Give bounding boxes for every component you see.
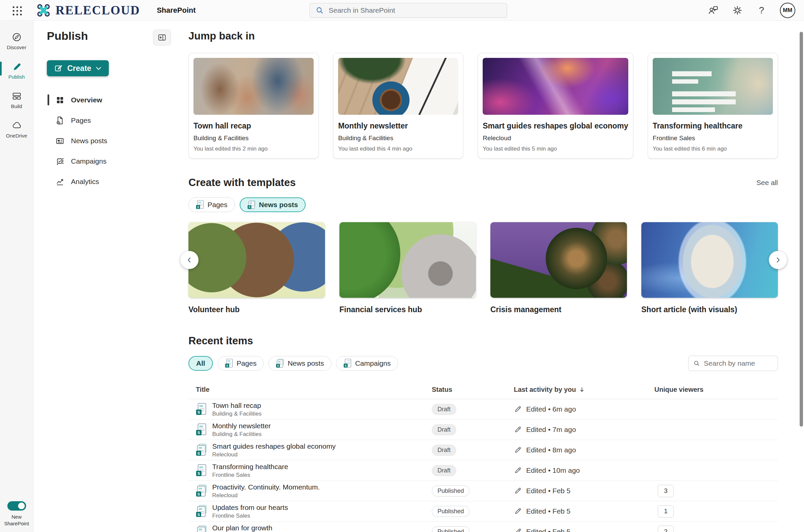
rail-item-publish[interactable]: Publish (0, 61, 33, 80)
sharepoint-label: SharePoint (157, 6, 195, 15)
filter-pages-pill-recent[interactable]: S Pages (218, 356, 264, 371)
card-site: Building & Facilities (338, 134, 458, 142)
template-card-financial-services-hub[interactable]: Financial services hub (339, 222, 476, 314)
filter-pages-pill[interactable]: S Pages (188, 197, 235, 212)
suite-search-input[interactable] (329, 6, 501, 14)
row-title: Proactivity. Continuity. Momentum. (212, 483, 320, 491)
vertical-scrollbar[interactable] (800, 32, 803, 426)
row-activity: Edited • Feb 5 (526, 487, 571, 495)
column-unique-viewers[interactable]: Unique viewers (654, 386, 778, 394)
card-title: Monthly newsletter (338, 121, 458, 131)
jump-back-in-heading: Jump back in (188, 30, 778, 42)
row-title: Smart guides reshapes global economy (212, 442, 336, 450)
filter-all-pill[interactable]: All (188, 356, 213, 371)
nav-item-news-posts[interactable]: News posts (47, 131, 171, 151)
template-title: Volunteer hub (188, 305, 325, 314)
column-status[interactable]: Status (432, 386, 514, 394)
table-row[interactable]: S Updates from our hearts Frontline Sale… (188, 501, 778, 521)
table-row[interactable]: S Our plan for growth Relecloud Publishe… (188, 521, 778, 532)
svg-text:S: S (198, 492, 200, 496)
feedback-icon[interactable] (708, 5, 719, 16)
suite-search-box[interactable] (310, 3, 507, 18)
app-launcher-waffle-icon[interactable] (9, 3, 24, 18)
search-by-name-box[interactable] (688, 356, 778, 371)
card-meta: You last edited this 6 min ago (653, 146, 773, 152)
pencil-icon (514, 528, 522, 532)
recent-card-smart-guides[interactable]: Smart guides reshapes global economy Rel… (478, 53, 633, 158)
filter-news-posts-pill[interactable]: S News posts (240, 197, 306, 212)
collapse-panel-button[interactable] (153, 30, 171, 45)
row-site: Relecloud (212, 492, 320, 499)
see-all-link[interactable]: See all (756, 179, 778, 187)
row-title: Transforming healthcare (212, 463, 288, 471)
table-row[interactable]: S Smart guides reshapes global economy R… (188, 440, 778, 460)
column-title[interactable]: Title (188, 386, 432, 394)
table-row[interactable]: S Monthly newsletter Building & Faciliti… (188, 420, 778, 440)
help-icon[interactable]: ? (756, 5, 767, 16)
table-header: Title Status Last activity by you Unique… (188, 380, 778, 399)
recent-card-transforming-healthcare[interactable]: Transforming healthcare Frontline Sales … (648, 53, 778, 158)
filter-news-posts-pill-recent[interactable]: S News posts (268, 356, 331, 371)
svg-text:S: S (277, 364, 279, 367)
compass-icon (12, 32, 22, 42)
table-row[interactable]: S Proactivity. Continuity. Momentum. Rel… (188, 481, 778, 501)
card-thumbnail (653, 58, 773, 115)
card-site: Relecloud (483, 134, 628, 142)
chevron-left-icon (186, 256, 193, 264)
template-card-crisis-management[interactable]: Crisis management (490, 222, 627, 314)
table-row[interactable]: S Transforming healthcare Frontline Sale… (188, 460, 778, 481)
module-rail: Discover Publish Build (0, 21, 34, 532)
nav-item-label: News posts (71, 137, 108, 145)
status-badge: Published (432, 506, 470, 517)
compose-icon (54, 64, 63, 73)
nav-item-campaigns[interactable]: Campaigns (47, 151, 171, 171)
table-row[interactable]: S Town hall recap Building & Facilities … (188, 399, 778, 420)
template-card-short-article[interactable]: Short article (with visuals) (641, 222, 778, 314)
rail-item-discover[interactable]: Discover (0, 32, 33, 50)
template-thumbnail (339, 222, 476, 298)
sharepoint-publish-page: RELECLOUD SharePoint (0, 0, 804, 532)
svg-text:S: S (198, 471, 200, 475)
nav-item-overview[interactable]: Overview (47, 90, 171, 110)
row-activity: Edited • Feb 5 (526, 528, 571, 532)
column-last-activity[interactable]: Last activity by you (514, 386, 654, 394)
panel-title: Publish (47, 30, 88, 42)
recent-card-monthly-newsletter[interactable]: Monthly newsletter Building & Facilities… (333, 53, 463, 158)
create-button[interactable]: Create (47, 60, 109, 76)
toggle-knob (18, 502, 25, 509)
settings-gear-icon[interactable] (732, 5, 743, 16)
relecloud-logo[interactable]: RELECLOUD (36, 3, 140, 18)
unique-viewers-count: 2 (658, 526, 674, 532)
row-title: Monthly newsletter (212, 422, 271, 430)
nav-item-pages[interactable]: Pages (47, 110, 171, 131)
pill-label: Pages (237, 359, 257, 367)
jump-back-in-cards: Town hall recap Building & Facilities Yo… (188, 53, 778, 158)
rail-item-build[interactable]: Build (0, 91, 33, 109)
row-activity: Edited • 7m ago (526, 425, 576, 434)
carousel-previous-button[interactable] (181, 251, 199, 269)
carousel-next-button[interactable] (769, 251, 787, 269)
template-card-volunteer-hub[interactable]: Volunteer hub (188, 222, 325, 314)
rail-item-onedrive[interactable]: OneDrive (0, 120, 33, 138)
search-by-name-input[interactable] (704, 359, 773, 367)
recent-card-town-hall-recap[interactable]: Town hall recap Building & Facilities Yo… (188, 53, 319, 158)
publish-nav-list: Overview Pages (47, 90, 171, 192)
collapse-panel-icon (157, 33, 167, 42)
pen-icon (12, 61, 22, 72)
grid-icon (56, 96, 64, 104)
account-avatar[interactable]: MM (780, 3, 795, 18)
chevron-down-icon (96, 66, 101, 70)
layout-blocks-icon (12, 91, 22, 101)
new-sharepoint-toggle-wrap: New SharePoint (0, 501, 33, 527)
pencil-icon (514, 467, 522, 474)
filter-campaigns-pill-recent[interactable]: S Campaigns (336, 356, 398, 371)
new-sharepoint-toggle[interactable] (7, 501, 26, 511)
pill-label: Pages (207, 201, 228, 209)
toggle-label: New SharePoint (0, 514, 33, 527)
row-activity: Edited • Feb 5 (526, 507, 571, 515)
svg-text:S: S (198, 513, 200, 517)
templates-heading: Create with templates (188, 177, 296, 189)
campaign-icon (56, 157, 64, 166)
template-title: Crisis management (490, 305, 627, 314)
nav-item-analytics[interactable]: Analytics (47, 171, 171, 192)
